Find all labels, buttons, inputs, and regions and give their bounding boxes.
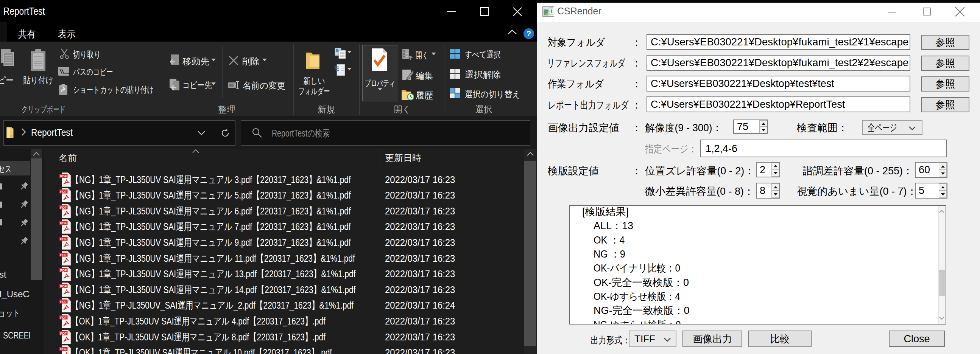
svg-text:PDF: PDF xyxy=(60,284,67,288)
svg-text:PDF: PDF xyxy=(60,205,67,209)
svg-text:PDF: PDF xyxy=(60,190,67,194)
svg-text:PDF: PDF xyxy=(60,174,67,178)
svg-text:PDF: PDF xyxy=(60,347,67,351)
svg-text:PDF: PDF xyxy=(60,300,67,304)
svg-text:PDF: PDF xyxy=(60,221,67,225)
svg-text:PDF: PDF xyxy=(60,268,67,272)
svg-text:PDF: PDF xyxy=(60,331,67,335)
svg-text:PDF: PDF xyxy=(60,252,67,256)
svg-text:PDF: PDF xyxy=(60,316,67,319)
svg-text:PDF: PDF xyxy=(60,237,67,241)
